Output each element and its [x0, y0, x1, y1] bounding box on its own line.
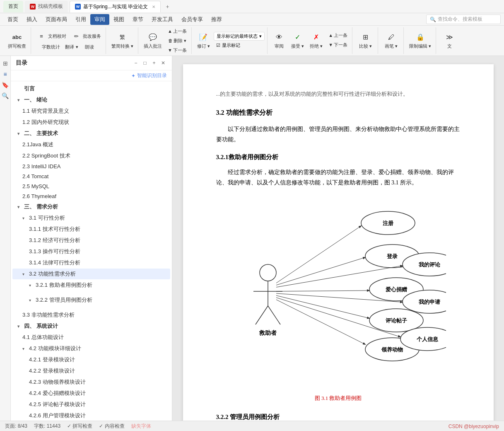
toc-item-ch2-5[interactable]: 2.5 MySQL [12, 182, 170, 191]
tab-doc[interactable]: W 基于Spring...与实现 毕业论文 ✕ [70, 1, 161, 12]
toc-item-ch4-2-4[interactable]: 4.2.4 爱心捐赠模块设计 [12, 388, 170, 399]
ribbon-tab-recommend[interactable]: 推荐 [207, 14, 226, 25]
checkbox-icon: ☑ [216, 43, 220, 48]
compare-button[interactable]: ⊞ 比较 ▾ [357, 31, 374, 51]
ribbon-tab-chapter[interactable]: 章节 [128, 14, 147, 25]
chevron-icon: ▾ [17, 98, 22, 102]
toc-item-ch3-2-2[interactable]: ▾ 3.2.2 管理员用例图分析 [12, 295, 170, 305]
toc-item-ch3-1-4[interactable]: 3.1.4 法律可行性分析 [12, 257, 170, 268]
toc-collapse-button[interactable]: − [132, 59, 140, 67]
toc-item-ch3-1-1[interactable]: 3.1.1 技术可行性分析 [12, 224, 170, 235]
prev-comment-button[interactable]: ▲上一条 [166, 27, 189, 36]
more-button[interactable]: ≫ 文 [441, 31, 458, 51]
insert-comment-button[interactable]: 💬 插入批注 [142, 27, 164, 55]
toc-spacer [11, 291, 172, 294]
reject-button[interactable]: ✗ 拒绝 ▾ [308, 31, 325, 51]
wordcount-button[interactable]: 字数统计 [40, 43, 62, 51]
review-state-dropdown[interactable]: 显示标记的最终状态 ▾ [214, 32, 265, 41]
toc-item-preface[interactable]: 引言 [12, 83, 170, 94]
toc-item-ch4-2-2[interactable]: 4.2.2 登录模块设计 [12, 366, 170, 376]
ribbon-tab-view[interactable]: 视图 [109, 14, 128, 25]
toc-item-ch2-2[interactable]: 2.2 SpringBoot 技术 [12, 150, 170, 161]
compare-icon: ⊞ [361, 32, 371, 42]
toc-add-button[interactable]: + [150, 59, 158, 67]
toc-item-ch1-1[interactable]: 1.1 研究背景及意义 [12, 106, 170, 116]
fanjian-button[interactable]: 繁 繁简转换 ▾ [109, 31, 135, 51]
toc-item-ch4-2-3[interactable]: 4.2.3 动物领养模块设计 [12, 377, 170, 387]
read-button[interactable]: 朗读 [81, 43, 98, 51]
sidebar-icon-search[interactable]: 🔍 [1, 92, 10, 100]
toc-item-ch2[interactable]: ▾ 二、 主要技术 [12, 128, 170, 139]
next-change-button[interactable]: ▼下一条 [326, 41, 350, 49]
ribbon-tab-insert[interactable]: 插入 [22, 14, 41, 25]
toc-expand-button[interactable]: □ [141, 59, 149, 67]
ribbon-tab-home[interactable]: 首页 [3, 14, 22, 25]
toc-item-ch3-3[interactable]: 3.3 非功能性需求分析 [12, 310, 170, 320]
tab-home[interactable]: 首页 [3, 1, 23, 12]
status-contentcheck[interactable]: ✓ 内容检查 [99, 423, 124, 430]
wps-icon: W [30, 4, 36, 10]
toc-item-ch2-6[interactable]: 2.6 Thymeleaf [12, 191, 170, 201]
toc-close-button[interactable]: ✕ [159, 59, 167, 67]
ribbon-group-fanjian: 繁 繁简转换 ▾ [107, 27, 138, 54]
prev-change-button[interactable]: ▲上一条 [326, 31, 350, 40]
toc-item-ch3-1-3[interactable]: 3.1.3 操作可行性分析 [12, 246, 170, 257]
toc-item-ch1-2[interactable]: 1.2 国内外研究现状 [12, 117, 170, 128]
toc-item-ch2-4[interactable]: 2.4 Tomcat [12, 172, 170, 181]
pen-button[interactable]: 🖊 画笔 ▾ [383, 31, 400, 51]
toc-item-label: 一、 绪论 [24, 96, 47, 104]
toc-item-ch4-2[interactable]: ▾ 4.2 功能模块详细设计 [12, 343, 170, 354]
delete-comment-button[interactable]: 🗑删除 ▾ [166, 36, 189, 45]
home-tab-label: 首页 [8, 3, 18, 10]
ribbon-tab-layout[interactable]: 页面布局 [41, 14, 71, 25]
show-markup-checkbox[interactable]: ☑ 显示标记 [214, 41, 265, 49]
toc-item-ch3[interactable]: ▾ 三、 需求分析 [12, 201, 170, 212]
toc-item-ch2-3[interactable]: 2.3 IntelliJ IDEA [12, 162, 170, 171]
spellcheck-button[interactable]: abc 拼写检查 [6, 31, 28, 51]
toc-controls: − □ + ✕ [132, 59, 167, 67]
toc-item-ch2-1[interactable]: 2.1Java 概述 [12, 139, 170, 150]
accept-button[interactable]: ✓ 接受 ▾ [289, 31, 306, 51]
ribbon-group-proofread: abc 拼写检查 [3, 27, 31, 54]
sidebar-icon-home[interactable]: ⊞ [1, 59, 10, 68]
review-btn[interactable]: 👁 审阅 [271, 31, 287, 51]
sidebar-icon-toc[interactable]: ≡ [1, 70, 10, 78]
add-tab-button[interactable]: ＋ [162, 2, 172, 12]
toc-item-ch4-2-6[interactable]: 4.2.6 用户管理模块设计 [12, 410, 170, 421]
toc-item-ch4-2-5[interactable]: 4.2.5 评论帖子模块设计 [12, 399, 170, 410]
toc-item-label: 4.2.5 评论帖子模块设计 [29, 401, 86, 408]
sidebar-icon-bookmark[interactable]: 🔖 [1, 81, 10, 89]
toc-item-ch3-1-2[interactable]: 3.1.2 经济可行性分析 [12, 235, 170, 246]
toc-item-label: 1.2 国内外研究现状 [22, 119, 69, 126]
ribbon-tab-reference[interactable]: 引用 [71, 14, 90, 25]
chevron-icon: ▾ [17, 324, 22, 329]
toc-ai-bar: ✦ 智能识别目录 [11, 70, 172, 81]
use-case-diagram-figure: 救助者 注册 登录 爱心捐赠 [216, 196, 461, 403]
toc-item-ch4-2-1[interactable]: 4.2.1 登录模块设计 [12, 354, 170, 365]
toc-item-ch3-1[interactable]: ▾ 3.1 可行性分析 [12, 213, 170, 223]
status-spellcheck[interactable]: ✓ 拼写检查 [67, 423, 92, 430]
toc-item-ch4[interactable]: ▾ 四、 系统设计 [12, 321, 170, 332]
doc-tab-label: 基于Spring...与实现 毕业论文 [83, 3, 148, 10]
ribbon-tab-review[interactable]: 审阅 [90, 14, 109, 25]
ribbon-tab-dev[interactable]: 开发工具 [147, 14, 177, 25]
restrict-button[interactable]: 🔒 限制编辑 ▾ [407, 31, 433, 51]
toc-ai-button[interactable]: ✦ 智能识别目录 [131, 72, 167, 79]
ribbon-tab-member[interactable]: 会员专享 [177, 14, 207, 25]
revise-button[interactable]: ✏ 批改服务 [69, 30, 103, 43]
doc-compare-button[interactable]: ≡ 文档校对 [34, 30, 68, 43]
ribbon: 首页 插入 页面布局 引用 审阅 视图 章节 开发工具 会员专享 推荐 🔍 查找… [0, 13, 504, 56]
next-comment-button[interactable]: ▼下一条 [166, 46, 189, 55]
ribbon-search[interactable]: 🔍 查找命令、搜索模板 [426, 15, 501, 24]
track-button[interactable]: 📝 修订 ▾ [195, 31, 212, 51]
toc-item-ch4-1[interactable]: 4.1 总体功能设计 [12, 332, 170, 343]
toc-item-ch3-2[interactable]: ▾ 3.2 功能性需求分析 [12, 269, 170, 279]
doc-section-322-title: 3.2.2 管理员用例图分析 [216, 412, 461, 421]
status-fontcheck[interactable]: 缺失字体 [131, 423, 151, 430]
toc-item-ch3-2-1[interactable]: ▾ 3.2.1 救助者用例图分析 [12, 280, 170, 291]
tab-close-icon[interactable]: ✕ [152, 5, 155, 9]
spellcheck-icon: abc [12, 32, 22, 42]
toc-item-ch1[interactable]: ▾ 一、 绪论 [12, 94, 170, 105]
tab-template[interactable]: W 找稿壳模板 [25, 1, 68, 12]
translate-button[interactable]: 翻译 ▾ [63, 43, 80, 51]
